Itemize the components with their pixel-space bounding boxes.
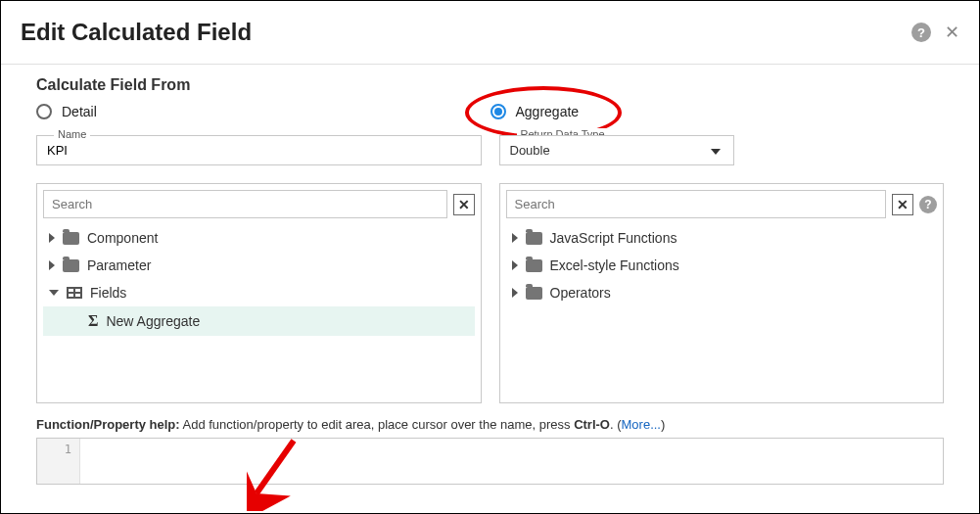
radio-aggregate-label: Aggregate (516, 104, 580, 119)
dialog-title: Edit Calculated Field (21, 19, 252, 46)
return-type-select[interactable]: Double (499, 135, 734, 165)
name-label: Name (54, 128, 90, 140)
more-link[interactable]: More... (622, 417, 661, 432)
tree-item-label: Fields (90, 285, 126, 301)
grid-icon (67, 287, 82, 299)
name-input[interactable] (36, 135, 482, 165)
tree-item-label: Operators (550, 285, 611, 301)
close-icon[interactable]: ✕ (945, 22, 959, 43)
section-title: Calculate Field From (36, 76, 944, 94)
code-body[interactable] (80, 439, 943, 484)
tree-item-operators[interactable]: Operators (506, 279, 938, 306)
folder-icon (526, 232, 542, 245)
folder-icon (63, 259, 79, 272)
right-tree-panel: ✕ ? JavaScript Functions Excel-style Fun… (499, 183, 945, 403)
tree-item-label: Component (87, 230, 158, 246)
tree-item-fields[interactable]: Fields (43, 279, 475, 306)
radio-icon-unselected (36, 104, 52, 119)
function-help-text: Function/Property help: Add function/pro… (36, 417, 944, 432)
code-editor[interactable]: 1 (36, 438, 944, 485)
help-key: Ctrl-O (574, 417, 610, 432)
tree-item-excel-functions[interactable]: Excel-style Functions (506, 252, 938, 279)
radio-detail[interactable]: Detail (36, 104, 490, 119)
dialog-header: Edit Calculated Field ? ✕ (1, 1, 979, 65)
chevron-right-icon (49, 260, 55, 270)
help-icon[interactable]: ? (911, 23, 931, 42)
tree-item-label: Excel-style Functions (550, 257, 679, 273)
clear-search-icon[interactable]: ✕ (892, 194, 913, 215)
radio-row: Detail Aggregate (36, 104, 944, 119)
chevron-right-icon (512, 288, 518, 298)
radio-detail-label: Detail (62, 104, 97, 119)
line-gutter: 1 (37, 439, 80, 484)
help-prefix: Function/Property help: (36, 417, 180, 432)
help-body: Add function/property to edit area, plac… (180, 417, 575, 432)
chevron-down-icon (49, 290, 59, 296)
help-icon[interactable]: ? (919, 196, 937, 213)
radio-icon-selected (490, 104, 506, 119)
folder-icon (63, 232, 79, 245)
folder-icon (526, 259, 542, 272)
folder-icon (526, 287, 542, 300)
tree-item-label: JavaScript Functions (550, 230, 677, 246)
radio-aggregate[interactable]: Aggregate (490, 104, 945, 119)
chevron-right-icon (512, 260, 518, 270)
tree-item-js-functions[interactable]: JavaScript Functions (506, 224, 938, 252)
chevron-right-icon (512, 233, 518, 243)
chevron-right-icon (49, 233, 55, 243)
tree-item-label: Parameter (87, 257, 151, 273)
tree-item-component[interactable]: Component (43, 224, 475, 252)
tree-item-parameter[interactable]: Parameter (43, 252, 475, 279)
tree-item-new-aggregate[interactable]: Σ New Aggregate (43, 306, 475, 336)
clear-search-icon[interactable]: ✕ (453, 194, 475, 215)
left-search-input[interactable] (43, 190, 447, 218)
help-close: ) (661, 417, 665, 432)
sigma-icon: Σ (88, 314, 98, 328)
tree-item-label: New Aggregate (106, 313, 200, 329)
left-tree-panel: ✕ Component Parameter (36, 183, 482, 403)
help-suffix: . ( (610, 417, 622, 432)
right-search-input[interactable] (506, 190, 887, 218)
